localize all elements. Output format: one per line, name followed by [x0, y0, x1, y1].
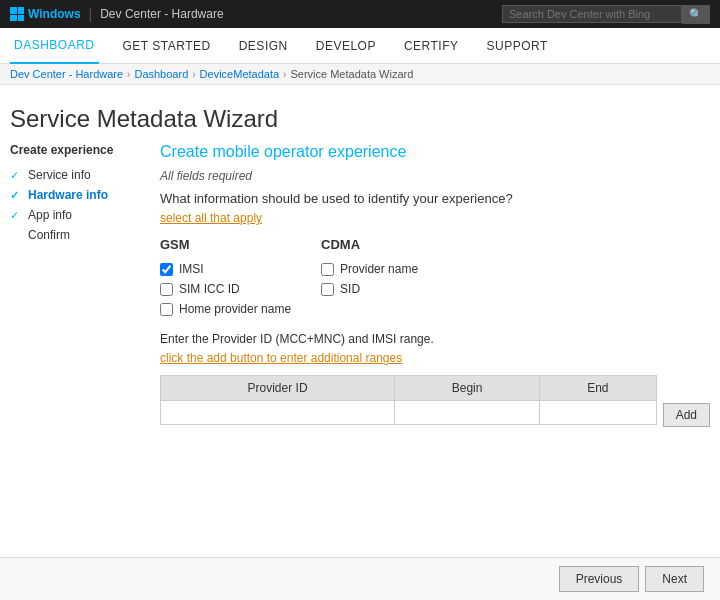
provider-table: Provider ID Begin End: [160, 375, 657, 425]
cell-provider-id-1[interactable]: [161, 401, 395, 425]
check-icon-confirm: ✓: [10, 229, 24, 242]
nav-develop[interactable]: DEVELOP: [312, 28, 380, 64]
nav-dashboard[interactable]: DASHBOARD: [10, 28, 99, 64]
table-wrapper: Provider ID Begin End: [160, 375, 657, 431]
cdma-sid-checkbox[interactable]: [321, 283, 334, 296]
cell-end-1[interactable]: [540, 401, 657, 425]
sidebar-item-hardware-info[interactable]: ✓ Hardware info: [10, 185, 140, 205]
cdma-provider-name-checkbox[interactable]: [321, 263, 334, 276]
windows-logo-text: Windows: [28, 7, 81, 21]
select-all-link[interactable]: select all that apply: [160, 211, 262, 225]
nav-support[interactable]: SUPPORT: [483, 28, 552, 64]
nav-get-started[interactable]: GET STARTED: [119, 28, 215, 64]
table-row-area: Provider ID Begin End Add: [160, 375, 710, 431]
question-label: What information should be used to ident…: [160, 191, 710, 206]
col-end: End: [540, 376, 657, 401]
col-provider-id: Provider ID: [161, 376, 395, 401]
section-title: Create mobile operator experience: [160, 143, 710, 161]
sidebar-item-service-info[interactable]: ✓ Service info: [10, 165, 140, 185]
navbar: DASHBOARD GET STARTED DESIGN DEVELOP CER…: [0, 28, 720, 64]
cdma-sid-row[interactable]: SID: [321, 282, 418, 296]
topbar-divider: |: [89, 6, 93, 22]
gsm-label: GSM: [160, 237, 291, 252]
gsm-group: GSM IMSI SIM ICC ID Home provider name: [160, 237, 291, 316]
cdma-group: CDMA Provider name SID: [321, 237, 418, 316]
gsm-imsi-checkbox[interactable]: [160, 263, 173, 276]
search-area: 🔍: [502, 5, 710, 24]
sidebar: Create experience ✓ Service info ✓ Hardw…: [10, 143, 140, 431]
gsm-home-provider-row[interactable]: Home provider name: [160, 302, 291, 316]
windows-logo: Windows: [10, 7, 81, 21]
content-area: Create experience ✓ Service info ✓ Hardw…: [0, 143, 720, 431]
gsm-home-provider-checkbox[interactable]: [160, 303, 173, 316]
gsm-sim-icc-label: SIM ICC ID: [179, 282, 240, 296]
sidebar-label-service-info: Service info: [28, 168, 91, 182]
check-icon-app: ✓: [10, 209, 24, 222]
cell-begin-1[interactable]: [395, 401, 540, 425]
check-icon-service: ✓: [10, 169, 24, 182]
breadcrumb-dev-center[interactable]: Dev Center - Hardware: [10, 68, 123, 80]
cdma-provider-name-row[interactable]: Provider name: [321, 262, 418, 276]
topbar-title: Dev Center - Hardware: [100, 7, 223, 21]
cdma-sid-label: SID: [340, 282, 360, 296]
sidebar-label-app-info: App info: [28, 208, 72, 222]
windows-icon: [10, 7, 24, 21]
breadcrumb-dashboard[interactable]: Dashboard: [134, 68, 188, 80]
gsm-sim-icc-row[interactable]: SIM ICC ID: [160, 282, 291, 296]
gsm-imsi-label: IMSI: [179, 262, 204, 276]
breadcrumb-arrow-1: ›: [127, 69, 130, 80]
breadcrumb-arrow-3: ›: [283, 69, 286, 80]
cdma-label: CDMA: [321, 237, 418, 252]
add-ranges-link[interactable]: click the add button to enter additional…: [160, 351, 402, 365]
gsm-imsi-row[interactable]: IMSI: [160, 262, 291, 276]
checkboxes-area: GSM IMSI SIM ICC ID Home provider name C…: [160, 237, 710, 316]
page-title: Service Metadata Wizard: [0, 85, 720, 143]
breadcrumb-device-metadata[interactable]: DeviceMetadata: [200, 68, 280, 80]
gsm-home-provider-label: Home provider name: [179, 302, 291, 316]
nav-certify[interactable]: CERTIFY: [400, 28, 463, 64]
check-icon-hardware: ✓: [10, 189, 24, 202]
search-input[interactable]: [502, 5, 682, 23]
topbar: Windows | Dev Center - Hardware 🔍: [0, 0, 720, 28]
breadcrumb: Dev Center - Hardware › Dashboard › Devi…: [0, 64, 720, 85]
breadcrumb-current: Service Metadata Wizard: [290, 68, 413, 80]
table-row-empty: [161, 401, 657, 425]
sidebar-item-app-info[interactable]: ✓ App info: [10, 205, 140, 225]
provider-description: Enter the Provider ID (MCC+MNC) and IMSI…: [160, 332, 710, 346]
cdma-provider-name-label: Provider name: [340, 262, 418, 276]
breadcrumb-arrow-2: ›: [192, 69, 195, 80]
sidebar-item-confirm[interactable]: ✓ Confirm: [10, 225, 140, 245]
sidebar-label-hardware-info: Hardware info: [28, 188, 108, 202]
search-button[interactable]: 🔍: [682, 5, 710, 24]
sidebar-label-confirm: Confirm: [28, 228, 70, 242]
gsm-sim-icc-checkbox[interactable]: [160, 283, 173, 296]
col-begin: Begin: [395, 376, 540, 401]
main-content: Create mobile operator experience All fi…: [160, 143, 710, 431]
add-button[interactable]: Add: [663, 403, 710, 427]
sidebar-heading: Create experience: [10, 143, 140, 157]
nav-design[interactable]: DESIGN: [235, 28, 292, 64]
all-fields-required: All fields required: [160, 169, 710, 183]
